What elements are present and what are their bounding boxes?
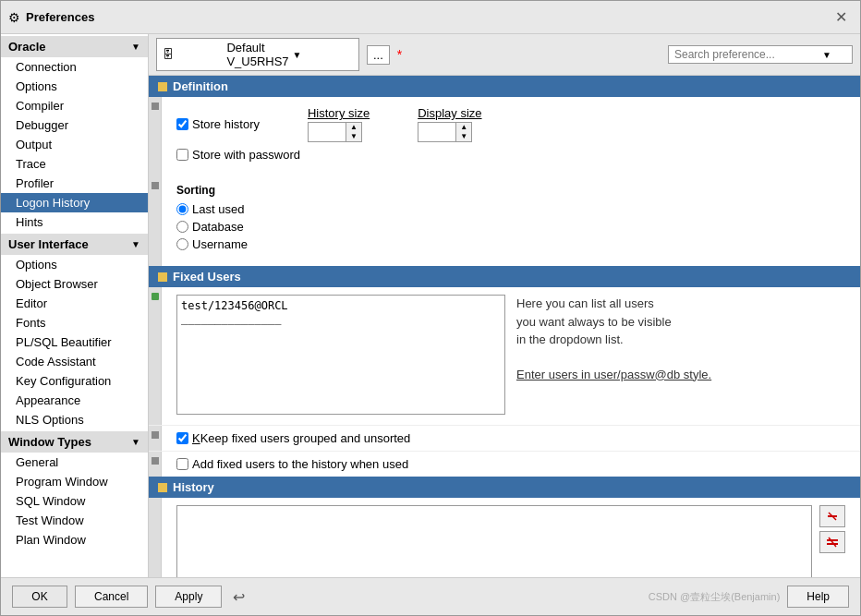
store-password-label[interactable]: Store with password xyxy=(176,148,300,162)
sidebar-item-appearance[interactable]: Appearance xyxy=(1,391,148,410)
fixed-users-textarea[interactable]: test/123456@ORCL _______________ xyxy=(176,295,505,415)
oracle-section-label: Oracle xyxy=(8,40,45,54)
history-delete-all-button[interactable] xyxy=(819,531,845,553)
history-delete-button[interactable] xyxy=(819,505,845,527)
add-to-history-body: Add fixed users to the history when used xyxy=(162,452,860,477)
sidebar-item-object-browser[interactable]: Object Browser xyxy=(1,274,148,294)
delete-all-icon xyxy=(826,536,839,549)
profile-dropdown-arrow-icon: ▼ xyxy=(293,50,353,60)
store-history-row: Store history History size 8 ▲ xyxy=(176,106,845,142)
oracle-section-header[interactable]: Oracle ▼ xyxy=(1,36,148,57)
sidebar-item-output[interactable]: Output xyxy=(1,135,148,154)
history-size-up-button[interactable]: ▲ xyxy=(346,123,361,132)
store-history-checkbox[interactable] xyxy=(176,118,188,130)
fixed-users-section: Fixed Users test/123456@ORCL ___________… xyxy=(149,266,860,477)
sidebar-item-program-window[interactable]: Program Window xyxy=(1,472,148,491)
sidebar-item-options-ui[interactable]: Options xyxy=(1,255,148,274)
fixed-users-help-line1: Here you can list all users xyxy=(516,295,845,313)
sort-database-label: Database xyxy=(192,220,244,234)
fixed-users-header: Fixed Users xyxy=(149,266,860,287)
sidebar-item-test-window[interactable]: Test Window xyxy=(1,511,148,530)
sidebar-item-trace[interactable]: Trace xyxy=(1,154,148,174)
search-dropdown-arrow-icon: ▼ xyxy=(822,50,831,60)
fixed-users-indicator xyxy=(158,272,167,282)
sidebar-item-connection[interactable]: Connection xyxy=(1,57,148,77)
sort-last-used-radio[interactable] xyxy=(176,203,188,215)
sidebar-item-hints[interactable]: Hints xyxy=(1,212,148,232)
sidebar-item-debugger[interactable]: Debugger xyxy=(1,115,148,135)
sidebar-item-logon-history[interactable]: Logon History xyxy=(1,193,148,212)
sort-last-used-label: Last used xyxy=(192,202,244,216)
fixed-users-inner: test/123456@ORCL _______________ Here yo… xyxy=(176,295,845,417)
sidebar-item-sql-window[interactable]: SQL Window xyxy=(1,491,148,511)
search-input[interactable] xyxy=(674,48,822,61)
sorting-section: Sorting Last used Database xyxy=(149,176,860,266)
store-history-text: Store history xyxy=(192,117,260,131)
sidebar-item-fonts[interactable]: Fonts xyxy=(1,313,148,332)
sidebar-item-key-configuration[interactable]: Key Configuration xyxy=(1,371,148,391)
title-bar: ⚙ Preferences ✕ xyxy=(1,1,860,34)
sidebar-item-compiler[interactable]: Compiler xyxy=(1,96,148,115)
add-to-history-checkbox[interactable] xyxy=(176,458,188,470)
sort-database-row[interactable]: Database xyxy=(176,220,845,234)
store-password-row: Store with password xyxy=(176,148,845,162)
history-left-bar xyxy=(149,498,162,577)
cancel-button[interactable]: Cancel xyxy=(75,586,148,608)
display-size-down-button[interactable]: ▼ xyxy=(456,132,471,141)
sidebar-item-options-oracle[interactable]: Options xyxy=(1,77,148,96)
bottom-bar: OK Cancel Apply ↩ CSDN @壹粒尘埃(Benjamin) H… xyxy=(1,577,860,615)
fixed-users-bar-indicator xyxy=(152,293,159,300)
sort-last-used-row[interactable]: Last used xyxy=(176,202,845,216)
window-types-section-header[interactable]: Window Types ▼ xyxy=(1,431,148,453)
sort-database-radio[interactable] xyxy=(176,221,188,233)
history-size-input-wrapper: 8 ▲ ▼ xyxy=(308,122,362,142)
keep-grouped-text: KKeep fixed users grouped and unsorted xyxy=(192,431,410,445)
help-button[interactable]: Help xyxy=(787,586,849,608)
history-size-input[interactable]: 8 xyxy=(309,124,346,140)
sort-username-row[interactable]: Username xyxy=(176,237,845,251)
display-size-label: Display size xyxy=(418,106,481,120)
display-size-input[interactable]: 30 xyxy=(418,124,455,140)
sidebar-item-plsql-beautifier[interactable]: PL/SQL Beautifier xyxy=(1,332,148,352)
sidebar-item-nls-options[interactable]: NLS Options xyxy=(1,410,148,429)
sidebar-item-profiler[interactable]: Profiler xyxy=(1,174,148,193)
sidebar-item-code-assistant[interactable]: Code Assistant xyxy=(1,352,148,371)
user-interface-section-header[interactable]: User Interface ▼ xyxy=(1,234,148,255)
add-history-bar-indicator xyxy=(152,457,159,465)
restore-icon[interactable]: ↩ xyxy=(233,588,245,606)
store-history-label[interactable]: Store history xyxy=(176,117,260,131)
keep-grouped-label[interactable]: KKeep fixed users grouped and unsorted xyxy=(176,431,845,445)
fixed-users-help-line2: you want always to be visible xyxy=(516,313,845,332)
sidebar-item-editor[interactable]: Editor xyxy=(1,294,148,313)
fixed-users-help: Here you can list all users you want alw… xyxy=(516,295,845,417)
fixed-users-help-line4: Enter users in user/passw@db style. xyxy=(516,366,845,384)
sidebar: Oracle ▼ Connection Options Compiler Deb… xyxy=(1,34,149,577)
history-textarea[interactable] xyxy=(176,505,812,577)
fixed-users-body: test/123456@ORCL _______________ Here yo… xyxy=(162,287,860,425)
display-size-up-button[interactable]: ▲ xyxy=(456,123,471,132)
definition-header: Definition xyxy=(149,76,860,97)
close-button[interactable]: ✕ xyxy=(830,6,853,28)
sorting-left-bar xyxy=(149,176,162,266)
fixed-users-left-bar xyxy=(149,287,162,425)
sidebar-item-plan-window[interactable]: Plan Window xyxy=(1,530,148,550)
add-to-history-label[interactable]: Add fixed users to the history when used xyxy=(176,457,845,471)
history-title: History xyxy=(173,480,214,494)
display-size-input-wrapper: 30 ▲ ▼ xyxy=(418,122,472,142)
sidebar-item-general[interactable]: General xyxy=(1,453,148,472)
sorting-bar-indicator xyxy=(152,182,159,189)
display-size-group: Display size 30 ▲ ▼ xyxy=(418,106,481,142)
keep-grouped-checkbox[interactable] xyxy=(176,432,188,444)
apply-button[interactable]: Apply xyxy=(155,586,222,608)
store-password-checkbox[interactable] xyxy=(176,149,188,161)
definition-content: Store history History size 8 ▲ xyxy=(149,97,860,176)
history-size-down-button[interactable]: ▼ xyxy=(346,132,361,141)
ok-button[interactable]: OK xyxy=(12,586,67,608)
history-body xyxy=(162,498,860,577)
sort-username-radio[interactable] xyxy=(176,238,188,250)
display-size-spinner-buttons: ▲ ▼ xyxy=(455,123,471,141)
window-types-section-label: Window Types xyxy=(8,435,91,449)
profile-dropdown[interactable]: 🗄 Default V_U5RHS7 ▼ xyxy=(156,38,359,71)
add-history-left-bar xyxy=(149,452,162,477)
ellipsis-button[interactable]: ... xyxy=(367,45,390,65)
